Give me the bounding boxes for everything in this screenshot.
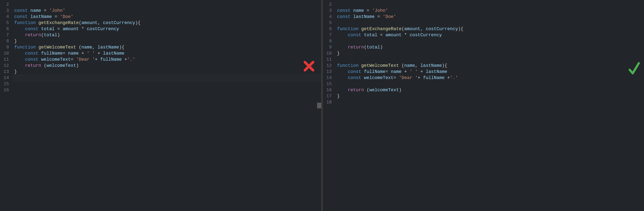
code-line[interactable] [337, 2, 644, 8]
token-str: ' ' [410, 69, 418, 74]
code-line[interactable]: function getExchangeRate(amount, costCur… [337, 26, 644, 32]
token-str: 'Dear ' [76, 57, 95, 62]
line-number: 4 [323, 14, 332, 20]
code-line[interactable]: function getWelcomeText (name, lastName)… [14, 44, 321, 51]
token-str: 'John' [372, 8, 388, 13]
token-punc: , [92, 45, 98, 50]
code-line[interactable]: } [337, 51, 644, 57]
code-line[interactable]: const fullName= name + ' ' + lastName [337, 69, 644, 75]
code-line[interactable]: return(total) [14, 32, 321, 38]
token-param: costCurrency [426, 27, 458, 32]
code-line[interactable]: } [14, 38, 321, 44]
code-line[interactable]: const name = 'John' [337, 8, 644, 14]
code-line[interactable]: function getExchangeRate(amount, costCur… [14, 20, 321, 26]
line-number: 15 [323, 81, 332, 87]
code-line[interactable]: const total = amount * costCurrency [14, 26, 321, 32]
code-line[interactable]: const fullName= name + ' ' + lastName [14, 51, 321, 57]
token-punc: ( [76, 45, 82, 50]
token-op: + [79, 51, 87, 56]
line-number-gutter: 2345678910111213141516 [0, 0, 12, 211]
code-line[interactable]: } [14, 69, 321, 75]
right-editor-pane[interactable]: 23456789101112131415161718 const name = … [323, 0, 644, 211]
token-punc: , [420, 27, 426, 32]
code-line[interactable]: } [337, 93, 644, 99]
code-line[interactable] [14, 87, 321, 93]
code-line[interactable] [337, 81, 644, 87]
code-line[interactable]: return (welcomeText) [337, 87, 644, 93]
code-line[interactable] [14, 75, 321, 81]
token-ret: return [348, 45, 364, 50]
line-number: 4 [0, 14, 9, 20]
code-line[interactable] [337, 20, 644, 26]
token-punc: ){ [442, 63, 447, 68]
token-punc: ) [380, 45, 383, 50]
line-number: 16 [0, 87, 9, 93]
code-line[interactable] [337, 38, 644, 44]
token-param: name [404, 63, 415, 68]
token-op: = [71, 57, 76, 62]
token-op: = [52, 14, 60, 19]
token-var: total [364, 33, 377, 38]
token-punc: ){ [135, 20, 140, 26]
code-area-left[interactable]: 2345678910111213141516 const name = 'Joh… [0, 0, 321, 211]
token-punc: , [98, 20, 103, 26]
token-op: = [375, 14, 383, 19]
code-line[interactable] [337, 57, 644, 63]
token-op: * [402, 33, 410, 38]
line-number: 11 [323, 57, 332, 63]
line-number: 6 [0, 26, 9, 32]
code-line[interactable]: return(total) [337, 44, 644, 51]
code-line[interactable]: const welcomeText= 'Dear '+ fullName +'.… [337, 75, 644, 81]
token-op: = [386, 69, 391, 74]
code-line[interactable] [14, 81, 321, 87]
code-content[interactable]: const name = 'John'const lastName = 'Doe… [335, 0, 644, 211]
token-str: 'Doe' [60, 14, 73, 19]
line-number: 10 [323, 51, 332, 57]
pane-divider[interactable] [321, 0, 323, 211]
token-var: lastName [353, 14, 375, 19]
token-kw: function [337, 63, 361, 68]
token-kw: const [337, 8, 353, 13]
token-kw: const [348, 75, 364, 80]
line-number: 3 [0, 8, 9, 14]
token-punc: ( [41, 33, 44, 38]
token-op: + [95, 57, 100, 62]
code-line[interactable] [14, 2, 321, 8]
token-punc: ( [44, 63, 46, 68]
token-str: 'Doe' [383, 14, 396, 19]
token-op: = [63, 51, 68, 56]
token-punc: ) [399, 88, 402, 93]
token-var: total [44, 33, 57, 38]
token-param: amount [82, 20, 98, 26]
token-punc: ( [364, 45, 366, 50]
code-line[interactable]: function getWelcomeText (name, lastName)… [337, 63, 644, 69]
token-kw: function [14, 20, 38, 26]
code-line[interactable] [337, 99, 644, 106]
code-line[interactable]: const lastName = 'Doe' [337, 14, 644, 20]
code-line[interactable]: const total = amount * costCurrency [337, 32, 644, 38]
token-kw: const [25, 51, 41, 56]
token-var: welcomeText [41, 57, 71, 62]
code-line[interactable]: return (welcomeText) [14, 63, 321, 69]
line-number: 18 [323, 99, 332, 106]
token-op: = [394, 75, 399, 80]
token-param: amount [404, 27, 420, 32]
code-content[interactable]: const name = 'John'const lastName = 'Doe… [12, 0, 321, 211]
token-fn: getWelcomeText [361, 63, 399, 68]
token-var: name [30, 8, 41, 13]
code-line[interactable]: const lastName = 'Doe' [14, 14, 321, 20]
code-line[interactable]: const name = 'John' [14, 8, 321, 14]
token-op: + [402, 69, 410, 74]
line-number: 13 [0, 69, 9, 75]
code-line[interactable]: const welcomeText= 'Dear '+ fullName +'.… [14, 57, 321, 63]
left-editor-pane[interactable]: 2345678910111213141516 const name = 'Joh… [0, 0, 321, 211]
token-punc: } [337, 51, 340, 56]
token-var: total [366, 45, 380, 50]
code-area-right[interactable]: 23456789101112131415161718 const name = … [323, 0, 644, 211]
token-var: welcomeText [46, 63, 76, 68]
line-number: 2 [323, 2, 332, 8]
token-op: + [418, 69, 426, 74]
token-var: lastName [30, 14, 52, 19]
token-var: welcomeText [364, 75, 394, 80]
token-var: total [41, 27, 54, 32]
